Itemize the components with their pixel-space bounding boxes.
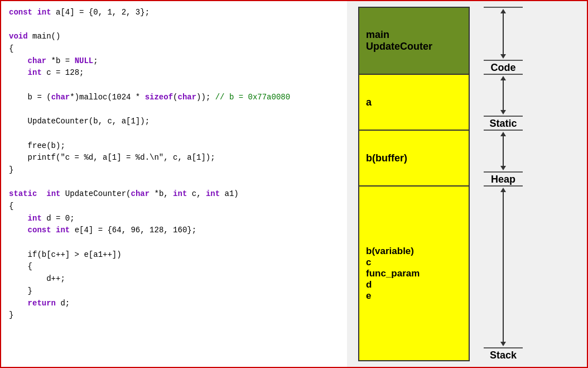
code-line-17: { — [9, 200, 339, 213]
code-line-25: return d; — [9, 298, 339, 310]
code-line-18: int d = 0; — [9, 213, 339, 225]
mem-label-bbuffer: b(buffer) — [366, 152, 462, 164]
arrow-up-code — [500, 9, 506, 59]
mem-label-bvar: b(variable) — [366, 246, 462, 257]
code-line-blank3 — [9, 104, 339, 116]
code-line-24: } — [9, 285, 339, 298]
code-line-5: char *b = NULL; — [9, 55, 339, 68]
code-label-text: Code — [491, 62, 516, 74]
code-line-blank4 — [9, 128, 339, 140]
code-line-blank — [9, 19, 339, 31]
code-line-26: } — [9, 309, 339, 322]
h-line-top-stack — [484, 185, 523, 187]
code-panel: const int a[4] = {0, 1, 2, 3}; void main… — [1, 1, 347, 367]
mem-label-d: d — [366, 279, 462, 290]
static-label-group: Static — [484, 74, 523, 130]
vline-code — [503, 13, 504, 54]
code-line-13: printf("c = %d, a[1] = %d.\n", c, a[1]); — [9, 152, 339, 164]
tri-up-heap — [500, 132, 506, 136]
mem-label-e: e — [366, 290, 462, 302]
code-text: main() — [28, 32, 61, 41]
code-line-21: if(b[c++] > e[a1++]) — [9, 249, 339, 261]
tri-down-code — [500, 54, 506, 59]
code-line-16: static int UpdateCounter(char *b, int c,… — [9, 188, 339, 200]
vline-heap — [503, 136, 504, 166]
code-line-blank2 — [9, 79, 339, 92]
mem-label-c: c — [366, 257, 462, 268]
tri-up-stack — [500, 188, 506, 192]
h-line-bot-code — [484, 60, 523, 61]
memory-column: main UpdateCouter a b(buffer) b(variable… — [358, 7, 470, 361]
tri-up-code — [500, 9, 506, 13]
code-line-22: { — [9, 261, 339, 273]
code-line-6: int c = 128; — [9, 67, 339, 79]
mem-label-main: main — [366, 29, 462, 41]
h-line-top-heap — [484, 130, 523, 131]
heap-label-text: Heap — [491, 174, 515, 185]
mem-label-update: UpdateCouter — [366, 41, 462, 52]
stack-label-group: Stack — [484, 185, 523, 361]
tri-down-stack — [500, 342, 506, 346]
tri-down-heap — [500, 166, 506, 170]
code-line-blank6 — [9, 237, 339, 249]
arrow-up-stack — [500, 188, 506, 346]
mem-block-heap: b(buffer) — [359, 131, 469, 187]
keyword-int: int — [37, 8, 51, 17]
code-label-group: Code — [484, 7, 523, 74]
kw-void: void — [9, 32, 28, 41]
stack-label-text: Stack — [490, 350, 517, 361]
arrow-up-static — [500, 76, 506, 114]
code-line-14: } — [9, 164, 339, 176]
static-label-text: Static — [489, 118, 517, 130]
code-line-3: void main() — [9, 31, 339, 43]
tri-down-static — [500, 110, 506, 114]
labels-column: Code Static — [470, 7, 537, 361]
main-container: const int a[4] = {0, 1, 2, 3}; void main… — [0, 0, 588, 368]
code-line-8: b = (char*)malloc(1024 * sizeof(char)); … — [9, 92, 339, 104]
code-text: a[4] = {0, 1, 2, 3}; — [51, 8, 150, 17]
code-line-4: { — [9, 43, 339, 55]
code-line-10: UpdateCounter(b, c, a[1]); — [9, 116, 339, 128]
keyword-const: const — [9, 8, 37, 17]
h-line-bot-heap — [484, 171, 523, 173]
code-line-blank5 — [9, 176, 339, 189]
vline-static — [503, 80, 504, 110]
code-line-12: free(b); — [9, 140, 339, 152]
diagram-panel: main UpdateCouter a b(buffer) b(variable… — [347, 1, 587, 367]
tri-up-static — [500, 76, 506, 80]
code-line-19: const int e[4] = {64, 96, 128, 160}; — [9, 224, 339, 237]
h-line-bot-stack — [484, 347, 523, 348]
arrow-up-heap — [500, 132, 506, 170]
h-line-top-static — [484, 74, 523, 75]
h-line-bot-static — [484, 116, 523, 117]
heap-label-group: Heap — [484, 130, 523, 185]
mem-block-stack: b(variable) c func_param d e — [359, 187, 469, 360]
mem-label-a: a — [366, 97, 462, 108]
vline-stack — [503, 192, 504, 342]
code-line-23: d++; — [9, 273, 339, 285]
code-line-1: const int a[4] = {0, 1, 2, 3}; — [9, 7, 339, 19]
mem-block-code: main UpdateCouter — [359, 8, 469, 75]
h-line-top-code — [484, 7, 523, 8]
mem-label-funcparam: func_param — [366, 268, 462, 279]
mem-block-static: a — [359, 75, 469, 131]
